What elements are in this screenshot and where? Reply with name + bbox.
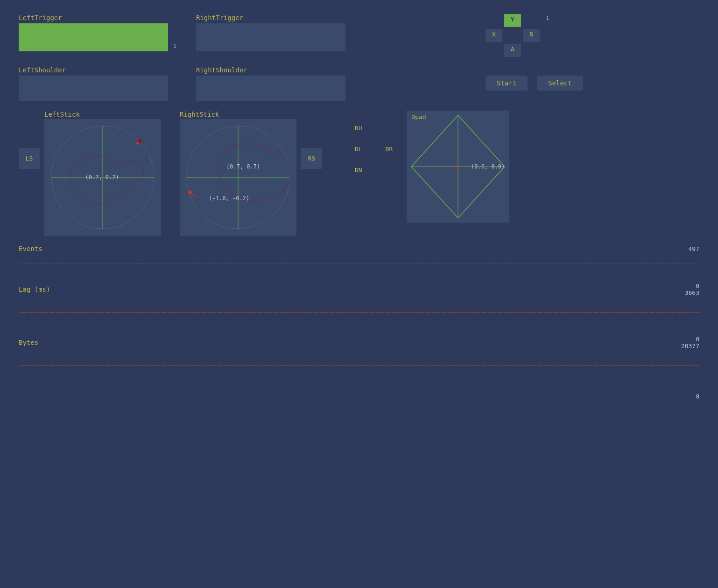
lag-current: 3863 <box>685 289 699 296</box>
bytes-chart-line <box>19 365 699 366</box>
right-trigger-block: RightTrigger <box>196 14 345 51</box>
bytes-max: 0 <box>696 336 699 343</box>
right-stick-label: RightStick <box>180 111 296 118</box>
face-value: 1 <box>546 15 549 21</box>
left-trigger-block: LeftTrigger 1 <box>19 14 168 51</box>
dr-label: DR <box>386 146 393 153</box>
x-button[interactable]: X <box>486 29 502 42</box>
left-trigger-label: LeftTrigger <box>19 14 168 21</box>
dpad-coord: (0.0, 0.0) <box>471 163 505 170</box>
dpad-labels: DU DL DR DN <box>355 125 393 223</box>
left-trigger-fill <box>19 23 168 51</box>
right-stick-svg <box>180 119 296 236</box>
rs-button[interactable]: RS <box>301 148 322 169</box>
dn-label: DN <box>355 167 393 174</box>
dpad-area: DU DL DR DN (0.0, <box>355 111 509 223</box>
svg-point-12 <box>457 165 459 168</box>
select-button[interactable]: Select <box>537 76 583 91</box>
ls-block: LS <box>19 111 40 169</box>
left-trigger-bar: 1 <box>19 23 168 51</box>
b-button[interactable]: B <box>523 29 540 42</box>
bytes-label: Bytes <box>19 339 38 346</box>
lag-label: Lag (ms) <box>19 286 50 293</box>
svg-point-3 <box>138 139 142 143</box>
events-label: Events <box>19 245 42 252</box>
bottom-chart: 0 <box>19 389 699 417</box>
left-shoulder-label: LeftShoulder <box>19 66 168 74</box>
right-stick-coord-bottom: (-1.0, -0.2) <box>209 195 250 202</box>
right-trigger-bar <box>196 23 345 51</box>
face-buttons-grid: Y 1 X B A <box>486 14 540 57</box>
right-trigger-label: RightTrigger <box>196 14 345 21</box>
bytes-current: 20377 <box>681 343 699 350</box>
left-stick-label: LeftStick <box>44 111 161 118</box>
bytes-chart <box>19 351 699 379</box>
left-trigger-value: 1 <box>173 43 176 49</box>
start-select-area: Start Select <box>486 76 583 91</box>
svg-point-4 <box>136 142 139 145</box>
start-button[interactable]: Start <box>486 76 528 91</box>
sticks-row: LS LeftStick (0.7, 0.7) <box>19 111 699 236</box>
right-stick-block: RightStick (0.7, 0.7) (-1.0, -0.2) <box>180 111 296 236</box>
face-buttons-cluster: Y 1 X B A <box>486 14 540 57</box>
bottom-chart-line <box>19 403 699 403</box>
dl-label: DL <box>355 146 362 153</box>
rs-block: RS <box>301 111 322 169</box>
events-row: Events 497 <box>19 245 699 252</box>
right-shoulder-label: RightShoulder <box>196 66 345 74</box>
left-stick-canvas: (0.7, 0.7) <box>44 119 161 236</box>
right-stick-canvas: (0.7, 0.7) (-1.0, -0.2) <box>180 119 296 236</box>
left-shoulder-box <box>19 76 168 101</box>
y-button[interactable]: Y <box>504 14 521 27</box>
lag-row: Lag (ms) 0 3863 <box>19 282 699 296</box>
ls-button[interactable]: LS <box>19 148 40 169</box>
left-stick-block: LeftStick (0.7, 0.7) <box>44 111 161 236</box>
lag-chart-line <box>19 312 699 313</box>
a-button[interactable]: A <box>504 44 521 57</box>
right-stick-coord-top: (0.7, 0.7) <box>226 163 260 170</box>
right-shoulder-box <box>196 76 345 101</box>
shoulders-row: LeftShoulder RightShoulder Start Select <box>19 66 699 101</box>
right-shoulder-block: RightShoulder <box>196 66 345 101</box>
stats-section: Events 497 Lag (ms) 0 3863 Bytes 0 20377 <box>19 245 699 417</box>
lag-chart <box>19 298 699 326</box>
lag-max: 0 <box>696 282 699 289</box>
dpad-label: Dpad <box>411 113 426 120</box>
events-chart <box>19 254 699 273</box>
du-label: DU <box>355 125 393 132</box>
bottom-chart-value: 0 <box>696 393 699 400</box>
bytes-row: Bytes 0 20377 <box>19 336 699 350</box>
left-stick-coord: (0.7, 0.7) <box>85 174 119 181</box>
events-chart-line <box>19 264 699 264</box>
left-shoulder-block: LeftShoulder <box>19 66 168 101</box>
dpad-diamond: (0.0, 0.0) Dpad <box>407 111 509 223</box>
events-value: 497 <box>689 245 699 252</box>
triggers-row: LeftTrigger 1 RightTrigger Y 1 X <box>19 14 699 57</box>
